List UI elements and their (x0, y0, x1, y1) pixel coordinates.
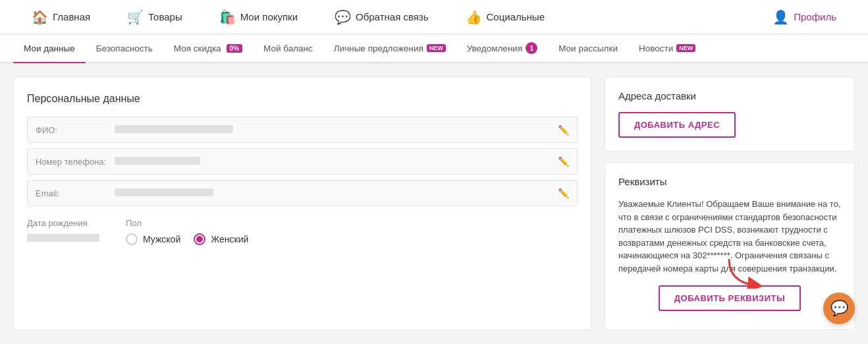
bag-icon: 🛍️ (219, 9, 236, 25)
birth-placeholder (27, 234, 99, 242)
arrow-svg (716, 256, 769, 289)
feedback-icon: 💬 (335, 9, 351, 25)
home-icon: 🏠 (32, 9, 48, 25)
nav-purchases-label: Мои покупки (240, 11, 298, 22)
email-placeholder (115, 188, 213, 196)
nav-feedback[interactable]: 💬 Обратная связь (316, 9, 447, 25)
fio-placeholder (115, 125, 233, 133)
male-label: Мужской (143, 234, 180, 244)
nav-products-label: Товары (148, 11, 182, 22)
tab-security[interactable]: Безопасность (86, 34, 163, 63)
fio-field-row: ФИО: ✏️ (27, 117, 578, 143)
personal-data-title: Персональные данные (27, 93, 578, 105)
female-label: Женский (211, 234, 248, 244)
tab-discount[interactable]: Моя скидка 0% (163, 34, 253, 63)
email-edit-icon[interactable]: ✏️ (558, 188, 569, 198)
add-requisites-button[interactable]: ДОБАВИТЬ РЕКВИЗИТЫ (659, 285, 801, 311)
email-value (115, 188, 553, 198)
tab-offers[interactable]: Личные предложения NEW (323, 34, 456, 63)
gender-label: Пол (126, 218, 248, 228)
nav-social[interactable]: 👍 Социальные (447, 9, 563, 25)
radio-dot (196, 236, 203, 243)
cart-icon: 🛒 (127, 9, 144, 25)
nav-home-label: Главная (53, 11, 90, 22)
requisites-card: Реквизиты Уважаемые Клиенты! Обращаем Ва… (605, 162, 855, 330)
male-radio[interactable] (126, 233, 138, 245)
nav-home[interactable]: 🏠 Главная (13, 9, 109, 25)
fio-label: ФИО: (36, 125, 115, 135)
add-address-button[interactable]: ДОБАВИТЬ АДРЕС (618, 112, 736, 138)
tab-bar: Мои данные Безопасность Моя скидка 0% Мо… (0, 34, 868, 63)
tab-news[interactable]: Новости NEW (628, 34, 706, 63)
personal-data-panel: Персональные данные ФИО: ✏️ Номер телефо… (13, 76, 591, 330)
birth-label: Дата рождения (27, 218, 99, 228)
main-content: Персональные данные ФИО: ✏️ Номер телефо… (0, 63, 868, 343)
nav-profile[interactable]: 👤 Профиль (754, 9, 855, 25)
fio-edit-icon[interactable]: ✏️ (558, 125, 569, 135)
phone-label: Номер телефона: (36, 157, 115, 167)
phone-field-row: Номер телефона: ✏️ (27, 148, 578, 175)
tab-balance[interactable]: Мой баланс (253, 34, 323, 63)
top-navigation: 🏠 Главная 🛒 Товары 🛍️ Мои покупки 💬 Обра… (0, 0, 868, 34)
requisites-title: Реквизиты (618, 176, 841, 187)
email-field-row: Email: ✏️ (27, 180, 578, 206)
social-icon: 👍 (466, 9, 482, 25)
right-panel: Адреса доставки ДОБАВИТЬ АДРЕС Реквизиты… (605, 76, 855, 330)
nav-feedback-label: Обратная связь (356, 11, 429, 22)
gender-section: Пол Мужской Женский (126, 218, 248, 245)
tab-my-data[interactable]: Мои данные (13, 34, 86, 63)
phone-placeholder (115, 157, 200, 165)
news-badge: NEW (676, 44, 695, 52)
delivery-title: Адреса доставки (618, 90, 841, 101)
chat-button[interactable]: 💬 (823, 293, 855, 324)
phone-edit-icon[interactable]: ✏️ (558, 156, 569, 167)
gender-female-option[interactable]: Женский (194, 233, 248, 245)
birth-section: Дата рождения (27, 218, 99, 245)
nav-purchases[interactable]: 🛍️ Мои покупки (201, 9, 316, 25)
email-label: Email: (36, 188, 115, 198)
chat-icon: 💬 (830, 300, 848, 317)
notifications-count: 1 (526, 42, 537, 54)
phone-value (115, 156, 553, 167)
gender-male-option[interactable]: Мужской (126, 233, 180, 245)
nav-products[interactable]: 🛒 Товары (109, 9, 201, 25)
profile-icon: 👤 (773, 9, 789, 25)
nav-social-label: Социальные (487, 11, 545, 22)
offers-badge: NEW (427, 44, 446, 52)
tab-notifications[interactable]: Уведомления 1 (456, 34, 548, 63)
gender-options: Мужской Женский (126, 233, 248, 245)
delivery-card: Адреса доставки ДОБАВИТЬ АДРЕС (605, 76, 855, 152)
female-radio[interactable] (194, 233, 205, 245)
fio-value (115, 125, 553, 135)
tab-mailings[interactable]: Мои рассылки (548, 34, 628, 63)
arrow-container: ДОБАВИТЬ РЕКВИЗИТЫ (618, 285, 841, 311)
nav-profile-label: Профиль (794, 11, 836, 22)
discount-badge: 0% (227, 44, 242, 53)
bottom-fields: Дата рождения Пол Мужской Женский (27, 218, 578, 245)
